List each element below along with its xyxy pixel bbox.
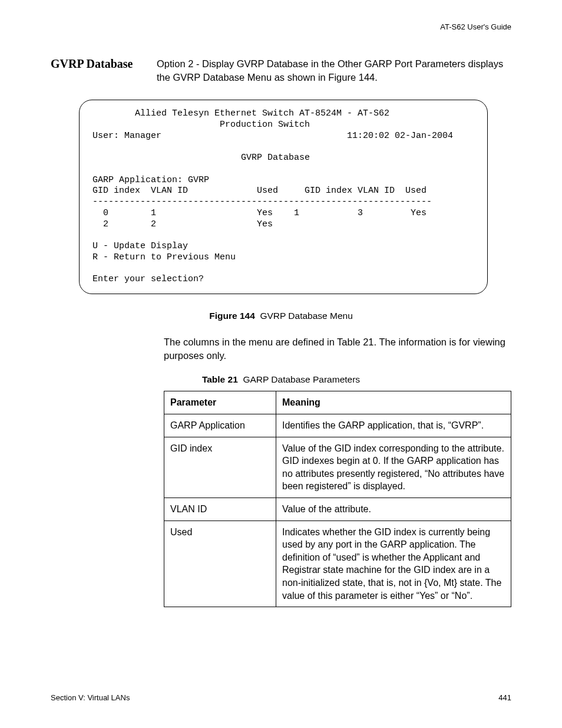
figure-caption: Figure 144 GVRP Database Menu [51, 311, 511, 321]
figure-label: Figure 144 [209, 311, 255, 321]
cell-meaning: Value of the GID index corresponding to … [276, 437, 511, 498]
terminal-window: Allied Telesyn Ethernet Switch AT-8524M … [79, 100, 488, 294]
table-row: GID indexValue of the GID index correspo… [164, 437, 511, 498]
cell-parameter: GID index [164, 437, 276, 498]
parameters-table: Parameter Meaning GARP ApplicationIdenti… [164, 391, 511, 607]
table-title: GARP Database Parameters [243, 374, 360, 384]
cell-parameter: VLAN ID [164, 498, 276, 521]
page-footer: Section V: Virtual LANs 441 [51, 693, 511, 702]
cell-meaning: Value of the attribute. [276, 498, 511, 521]
cell-meaning: Indicates whether the GID index is curre… [276, 521, 511, 607]
footer-right: 441 [498, 693, 511, 702]
table-header-row: Parameter Meaning [164, 391, 511, 414]
table-row: VLAN IDValue of the attribute. [164, 498, 511, 521]
table-row: GARP ApplicationIdentifies the GARP appl… [164, 414, 511, 437]
section-heading: GVRP Database [51, 57, 157, 71]
table-caption: Table 21 GARP Database Parameters [51, 374, 511, 385]
section-body: Option 2 - Display GVRP Database in the … [157, 57, 511, 84]
figure-title: GVRP Database Menu [260, 311, 352, 321]
header-parameter: Parameter [164, 391, 276, 414]
cell-parameter: Used [164, 521, 276, 607]
header-meaning: Meaning [276, 391, 511, 414]
footer-left: Section V: Virtual LANs [51, 693, 130, 702]
cell-parameter: GARP Application [164, 414, 276, 437]
doc-title: AT-S62 User's Guide [51, 22, 511, 31]
table-label: Table 21 [202, 374, 238, 384]
cell-meaning: Identifies the GARP application, that is… [276, 414, 511, 437]
table-row: UsedIndicates whether the GID index is c… [164, 521, 511, 607]
post-figure-text: The columns in the menu are defined in T… [164, 335, 511, 363]
